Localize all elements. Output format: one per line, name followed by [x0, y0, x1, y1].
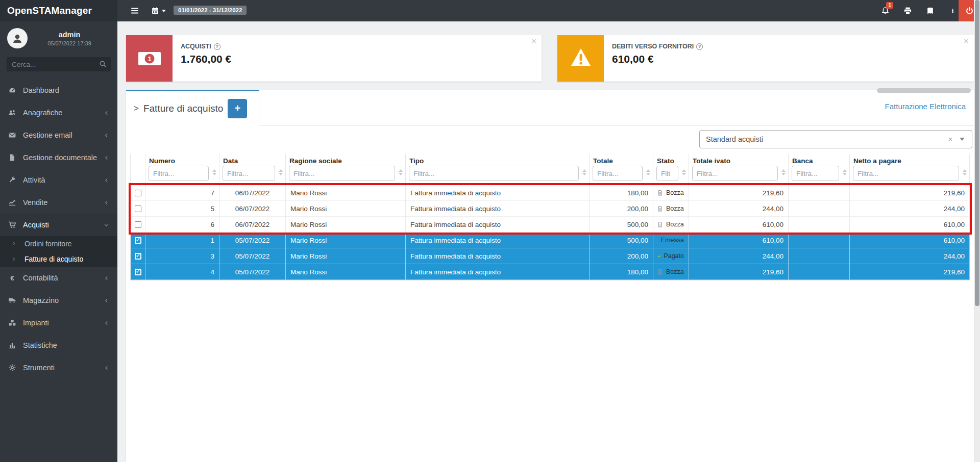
document-icon: [8, 153, 16, 162]
invoice-row[interactable]: 606/07/2022Mario RossiFattura immediata …: [130, 217, 970, 233]
date-range-badge[interactable]: 01/01/2022 - 31/12/2022: [174, 6, 247, 15]
power-icon: [965, 7, 974, 15]
column-header[interactable]: Stato: [653, 154, 689, 165]
gear-icon: [8, 364, 16, 372]
cell-banca: [789, 201, 850, 217]
cell-banca: [789, 233, 850, 248]
cell-ragione_sociale: Mario Rossi: [286, 201, 406, 217]
info-box-debiti: DEBITI VERSO FORNITORI ? 610,00 € ×: [557, 35, 974, 82]
close-icon[interactable]: ×: [531, 36, 536, 46]
sidebar-item-contabilit-[interactable]: €Contabilità: [0, 267, 117, 289]
sidebar-item-dashboard[interactable]: Dashboard: [0, 79, 117, 101]
sidebar-item-statistiche[interactable]: Statistiche: [0, 334, 117, 356]
printer-icon: [903, 7, 912, 15]
main-panel: > Fatture di acquisto + Fatturazione Ele…: [126, 90, 974, 462]
column-header[interactable]: Netto a pagare: [850, 154, 970, 165]
row-checkbox[interactable]: [135, 206, 141, 212]
sort-arrows[interactable]: [843, 169, 847, 175]
notification-badge: 1: [886, 2, 893, 9]
sort-arrows[interactable]: [212, 169, 216, 175]
search-input[interactable]: [6, 57, 111, 72]
row-checkbox[interactable]: [135, 221, 141, 228]
row-checkbox[interactable]: [135, 253, 141, 260]
scrollbar-pill[interactable]: [877, 88, 971, 93]
column-header[interactable]: Tipo: [406, 154, 590, 165]
fatturazione-elettronica-link[interactable]: Fatturazione Elettronica: [885, 102, 966, 111]
sidebar-item-label: Vendite: [23, 198, 104, 207]
filter-input-totale-ivato[interactable]: [692, 166, 778, 181]
cell-tipo: Fattura immediata di acquisto: [406, 233, 590, 248]
sidebar-item-magazzino[interactable]: Magazzino: [0, 289, 117, 312]
sidebar-item-label: Impianti: [23, 319, 104, 327]
bell-button[interactable]: 1: [874, 0, 896, 21]
book-button[interactable]: [919, 0, 941, 21]
status-badge: Bozza: [666, 189, 684, 196]
filter-input-numero[interactable]: [149, 166, 209, 181]
cell-totale: 200,00: [590, 201, 653, 217]
sort-arrows[interactable]: [781, 169, 786, 175]
invoice-row[interactable]: 105/07/2022Mario RossiFattura immediata …: [130, 233, 970, 248]
breadcrumb-chevron: >: [134, 104, 139, 114]
sidebar-item-strumenti[interactable]: Strumenti: [0, 356, 117, 379]
column-header[interactable]: Ragione sociale: [286, 154, 406, 165]
sidebar-item-vendite[interactable]: Vendite: [0, 191, 117, 214]
filter-input-stato[interactable]: [656, 166, 678, 181]
select-clear-icon[interactable]: ×: [941, 135, 960, 143]
cell-stato: Bozza: [653, 217, 689, 233]
printer-button[interactable]: [896, 0, 919, 21]
column-header[interactable]: Data: [219, 154, 286, 165]
chev-left-icon: [104, 275, 109, 281]
sort-arrows[interactable]: [963, 169, 967, 175]
avatar[interactable]: [7, 28, 28, 48]
page-scrollbar[interactable]: [974, 0, 980, 462]
column-header[interactable]: Totale: [590, 154, 653, 165]
tab-fatture-di-acquisto[interactable]: > Fatture di acquisto +: [126, 90, 259, 125]
row-checkbox[interactable]: [135, 269, 141, 275]
sidebar-subitem-ordini-fornitore[interactable]: Ordini fornitore: [0, 236, 117, 251]
sidebar-item-label: Gestione email: [23, 131, 104, 139]
sidebar-toggle-button[interactable]: [125, 0, 145, 21]
sort-arrows[interactable]: [279, 169, 283, 175]
sidebar-subitem-fatture-di-acquisto[interactable]: Fatture di acquisto: [0, 251, 117, 267]
date-range-button[interactable]: [145, 0, 172, 21]
sort-arrows[interactable]: [682, 169, 686, 175]
filter-input-ragione-sociale[interactable]: [289, 166, 395, 181]
close-icon[interactable]: ×: [964, 36, 969, 46]
filter-input-totale[interactable]: [593, 166, 643, 181]
invoice-row[interactable]: 305/07/2022Mario RossiFattura immediata …: [130, 248, 970, 264]
invoice-row[interactable]: 506/07/2022Mario RossiFattura immediata …: [130, 201, 970, 217]
invoice-row[interactable]: 706/07/2022Mario RossiFattura immediata …: [130, 185, 970, 201]
sidebar-subitem-label: Ordini fornitore: [24, 240, 72, 248]
sort-arrows[interactable]: [646, 169, 650, 175]
filter-input-banca[interactable]: [792, 166, 839, 181]
sidebar-item-gestione-documentale[interactable]: Gestione documentale: [0, 146, 117, 169]
column-header[interactable]: Banca: [789, 154, 850, 165]
row-checkbox[interactable]: [135, 237, 141, 244]
invoice-row[interactable]: 405/07/2022Mario RossiFattura immediata …: [130, 264, 970, 280]
chev-left-icon: [104, 298, 109, 303]
sort-arrows[interactable]: [582, 169, 586, 175]
chev-left-icon: [104, 155, 109, 161]
sort-arrows[interactable]: [399, 169, 403, 175]
page-title: Fatture di acquisto: [143, 103, 223, 114]
filter-input-tipo[interactable]: [409, 166, 579, 181]
chev-left-icon: [104, 200, 109, 206]
sidebar-item-label: Magazzino: [23, 296, 104, 304]
sidebar-item-impianti[interactable]: Impianti: [0, 312, 117, 334]
scrollbar-thumb[interactable]: [975, 0, 979, 306]
add-invoice-button[interactable]: +: [228, 99, 247, 118]
euro-icon: €: [8, 274, 16, 282]
filter-input-data[interactable]: [223, 166, 275, 181]
print-template-select[interactable]: Standard acquisti ×: [699, 130, 972, 148]
filter-input-netto-a-pagare[interactable]: [853, 166, 959, 181]
user-name: admin: [28, 31, 111, 39]
row-checkbox[interactable]: [135, 190, 141, 196]
column-header[interactable]: Numero: [145, 154, 219, 165]
sidebar-item-anagrafiche[interactable]: Anagrafiche: [0, 101, 117, 124]
status-badge: Bozza: [666, 221, 684, 228]
sidebar-item-attivit-[interactable]: Attività: [0, 169, 117, 191]
sidebar-item-gestione-email[interactable]: Gestione email: [0, 124, 117, 146]
column-header[interactable]: Totale ivato: [689, 154, 789, 165]
sidebar-item-acquisti[interactable]: Acquisti: [0, 214, 117, 236]
search-icon: [99, 60, 107, 68]
